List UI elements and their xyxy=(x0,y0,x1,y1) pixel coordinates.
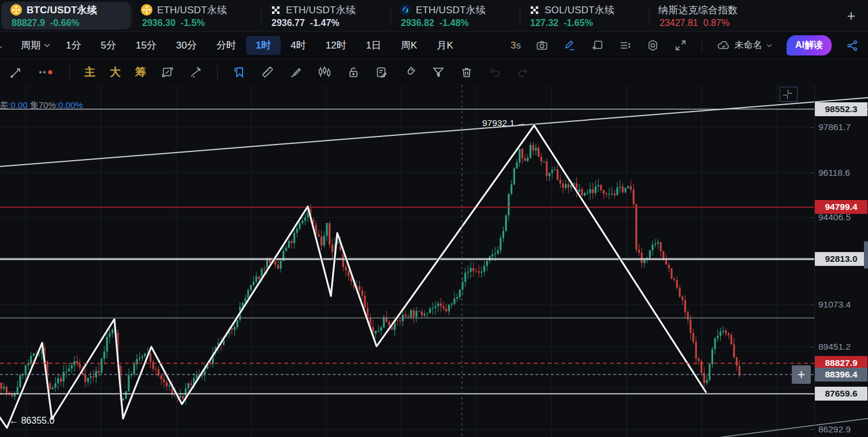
symbol-price: 2936.30 xyxy=(142,18,176,28)
symbol-name: 纳斯达克综合指数 xyxy=(658,3,738,17)
okx-icon xyxy=(529,5,540,16)
candlestick-chart[interactable] xyxy=(0,85,868,437)
countdown-timer: 3s xyxy=(511,40,521,51)
fullscreen-icon[interactable] xyxy=(674,39,687,52)
chevron-down-icon xyxy=(44,43,50,47)
timeframe-item[interactable]: 周K xyxy=(391,36,427,55)
axis-price-badge: 92813.0 xyxy=(815,252,867,266)
undo-icon[interactable] xyxy=(488,65,502,79)
dots-indicator-icon[interactable] xyxy=(38,65,55,79)
binance-icon xyxy=(10,4,22,16)
timeframe-item[interactable]: 5分 xyxy=(91,36,125,55)
axis-tick-label: 89451.2 xyxy=(818,342,851,352)
axis-tick-label: 91073.4 xyxy=(818,299,851,310)
symbol-change: -0.66% xyxy=(50,18,80,28)
share-icon[interactable] xyxy=(846,39,859,52)
bookmark-drawings-icon[interactable] xyxy=(232,65,246,79)
settings-hexagon-icon[interactable] xyxy=(646,39,660,52)
kline-style-icon[interactable] xyxy=(317,65,332,79)
cloud-check-icon xyxy=(717,39,731,53)
period-dropdown[interactable]: 周期 xyxy=(21,39,50,52)
save-status[interactable]: 未命名 xyxy=(717,39,772,53)
timeframe-item[interactable]: 月K xyxy=(427,36,463,55)
symbol-change: -1.47% xyxy=(310,18,340,28)
axis-price-badge: 87659.6 xyxy=(815,387,867,401)
add-symbol-button[interactable]: + xyxy=(834,9,868,23)
axis-tick-label: 86292.9 xyxy=(818,424,851,435)
ticker-tab[interactable]: ETH/USDT永续2936.30-1.5% xyxy=(132,0,261,31)
chart-area[interactable]: 0.00 差:0.00 集70%:0.00% 97932.1 → ← 86355… xyxy=(0,85,868,437)
delete-trash-icon[interactable] xyxy=(460,65,474,79)
timeframe-item[interactable]: 15分 xyxy=(126,36,166,55)
filter-icon[interactable] xyxy=(431,65,445,79)
axis-price-badge: 88396.4 xyxy=(815,368,867,382)
lock-icon[interactable] xyxy=(347,65,360,79)
axis-tick-mark xyxy=(811,173,814,173)
low-price-annotation: ← 86355.0 xyxy=(9,416,54,426)
toolbar-right: 3s 未命名 AI xyxy=(511,35,859,55)
brush-icon[interactable] xyxy=(289,65,303,79)
timeframe-item[interactable]: 30分 xyxy=(166,36,207,55)
magnet-icon[interactable] xyxy=(403,65,417,79)
axis-tick-mark xyxy=(811,217,814,218)
drawing-toolbar: 主 大 筹 xyxy=(0,60,868,85)
draw-pencil-icon[interactable] xyxy=(563,39,576,52)
symbol-price: 2936.77 xyxy=(271,18,305,28)
timeframe-toolbar: ⌄ 周期 1分5分15分30分分时1时4时12时1日周K月K 3s xyxy=(0,31,868,60)
add-panel-icon[interactable] xyxy=(591,39,604,52)
collapse-chevron-icon[interactable]: ⌄ xyxy=(0,42,6,50)
chevron-down-icon xyxy=(766,44,772,47)
ticker-tab[interactable]: ETH/USDT永续2936.82-1.48% xyxy=(390,0,520,31)
symbol-price: 127.32 xyxy=(530,18,558,28)
continuous-line-icon[interactable] xyxy=(189,65,203,79)
redo-icon[interactable] xyxy=(516,65,530,79)
timeframe-item[interactable]: 1分 xyxy=(56,36,91,55)
crosshair-add-button[interactable]: + xyxy=(792,365,811,384)
symbol-price: 23427.81 xyxy=(660,18,698,28)
restore-view-icon[interactable] xyxy=(780,87,798,102)
price-axis[interactable]: 97861.796118.694406.591073.489451.286292… xyxy=(814,85,868,437)
timeframe-item[interactable]: 分时 xyxy=(207,36,246,55)
timeframe-item[interactable]: 1日 xyxy=(356,36,391,55)
screenshot-camera-icon[interactable] xyxy=(535,39,549,52)
symbol-name: ETH/USDT永续 xyxy=(416,3,486,17)
period-label: 周期 xyxy=(21,39,40,52)
symbol-change: -1.48% xyxy=(439,18,469,28)
note-edit-icon[interactable] xyxy=(375,65,389,79)
ticker-tab[interactable]: 纳斯达克综合指数23427.810.87% xyxy=(649,0,778,31)
ticker-bar: BTC/USDT永续88827.9-0.66%ETH/USDT永续2936.30… xyxy=(0,0,868,31)
large-chart-tool[interactable]: 大 xyxy=(110,66,121,77)
axis-price-badge: 94799.4 xyxy=(815,200,867,214)
axis-tick-mark xyxy=(811,127,814,128)
timeframe-item[interactable]: 1时 xyxy=(246,36,281,55)
symbol-change: 0.87% xyxy=(703,18,729,28)
ticker-tab[interactable]: BTC/USDT永续88827.9-0.66% xyxy=(1,2,131,29)
symbol-name: ETH/USDT永续 xyxy=(286,3,356,17)
axis-tick-label: 97861.7 xyxy=(818,122,851,132)
ticker-tab[interactable]: ETH/USDT永续2936.77-1.47% xyxy=(261,0,390,31)
symbol-price: 2936.82 xyxy=(401,18,434,28)
symbol-name: SOL/USDT永续 xyxy=(545,3,614,17)
ticker-tabs: BTC/USDT永续88827.9-0.66%ETH/USDT永续2936.30… xyxy=(0,0,778,31)
symbol-name: ETH/USDT永续 xyxy=(157,3,227,17)
ai-analysis-button[interactable]: AI解读 xyxy=(787,35,832,55)
timeframe-items: 1分5分15分30分分时1时4时12时1日周K月K xyxy=(56,36,463,55)
toolbar-divider xyxy=(69,65,70,79)
ruler-icon[interactable] xyxy=(260,65,274,79)
chips-tool[interactable]: 筹 xyxy=(135,66,146,77)
symbol-change: -1.65% xyxy=(564,18,593,28)
toolbar-divider xyxy=(217,65,218,79)
symbol-change: -1.5% xyxy=(181,18,205,28)
timeframe-item[interactable]: 12时 xyxy=(316,36,356,55)
trend-line-tool-icon[interactable] xyxy=(9,65,23,79)
axis-price-badge: 98552.3 xyxy=(815,102,867,116)
okx-icon xyxy=(270,5,281,16)
ticker-tab[interactable]: SOL/USDT永续127.32-1.65% xyxy=(520,0,649,31)
replay-edit-icon[interactable] xyxy=(161,65,174,79)
axis-scroll-handle[interactable] xyxy=(864,241,868,269)
main-chart-tool[interactable]: 主 xyxy=(84,66,95,77)
save-name: 未命名 xyxy=(735,39,762,51)
trading-app: BTC/USDT永续88827.9-0.66%ETH/USDT永续2936.30… xyxy=(0,0,868,437)
timeframe-item[interactable]: 4时 xyxy=(281,36,315,55)
indicator-list-icon[interactable] xyxy=(619,39,632,52)
